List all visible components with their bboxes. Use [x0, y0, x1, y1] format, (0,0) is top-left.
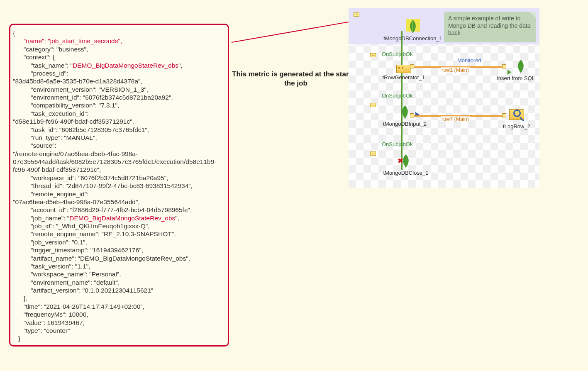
collapse-icon[interactable]: –: [370, 151, 376, 156]
node-row-generator[interactable]: tRowGenerator_1: [379, 61, 429, 81]
node-label: tLogRow_2: [498, 123, 535, 129]
node-label: tRowGenerator_1: [379, 74, 429, 81]
flow-label: row7 (Main): [441, 116, 470, 122]
pointer-arrow: [232, 17, 364, 59]
metric-caption: This metric is generated at the start of…: [232, 70, 360, 88]
node-label: tMongoDBConnection_1: [382, 35, 444, 41]
trigger-label: OnSubjobOk: [382, 141, 412, 147]
flow-label: row1 (Main): [441, 67, 470, 73]
node-label: Insert from SQL: [493, 75, 539, 81]
collapse-icon[interactable]: –: [354, 12, 359, 17]
node-log-row[interactable]: tLogRow_2: [498, 107, 535, 129]
svg-line-0: [232, 20, 360, 42]
node-insert-from-sql[interactable]: Insert from SQL: [493, 59, 539, 81]
node-label: tMongoDBClose_1: [379, 170, 433, 176]
node-mongo-connection[interactable]: tMongoDBConnection_1: [382, 19, 444, 41]
node-mongo-close[interactable]: ✖ tMongoDBClose_1: [379, 154, 433, 176]
trigger-label: OnSubjobOk: [382, 51, 412, 57]
node-label: tMongoDBInput_2: [379, 121, 431, 127]
monitored-label: Monitored: [457, 57, 481, 63]
diagram-note: A simple example of write to Mongo DB an…: [444, 12, 536, 42]
collapse-icon[interactable]: –: [370, 53, 376, 57]
trigger-label: OnSubjobOk: [382, 93, 412, 99]
collapse-icon[interactable]: –: [370, 103, 376, 107]
metric-json-box: { "name": "job_start_time_seconds", "cat…: [9, 24, 229, 347]
talend-job-diagram: A simple example of write to Mongo DB an…: [349, 8, 539, 188]
